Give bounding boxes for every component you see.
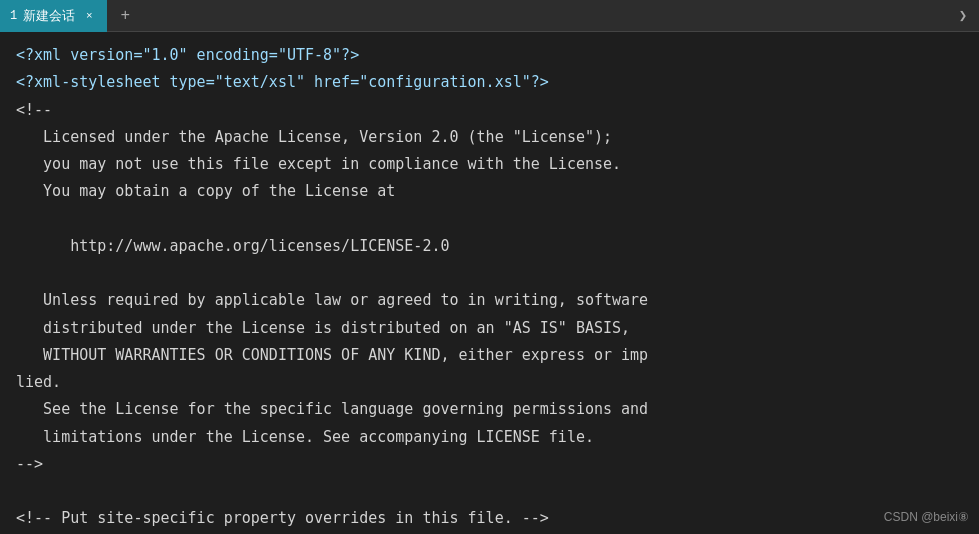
tab-number: 1 xyxy=(10,9,17,23)
code-line-11: distributed under the License is distrib… xyxy=(0,315,979,342)
tab-label: 新建会话 xyxy=(23,7,75,25)
code-line-4: Licensed under the Apache License, Versi… xyxy=(0,124,979,151)
code-line-13: lied. xyxy=(0,369,979,396)
code-line-9 xyxy=(0,260,979,287)
tab-add-button[interactable]: + xyxy=(111,2,139,30)
code-line-5: you may not use this file except in comp… xyxy=(0,151,979,178)
code-line-14: See the License for the specific languag… xyxy=(0,396,979,423)
code-line-2: <?xml-stylesheet type="text/xsl" href="c… xyxy=(0,69,979,96)
code-line-15: limitations under the License. See accom… xyxy=(0,424,979,451)
code-line-16: --> xyxy=(0,451,979,478)
code-line-17 xyxy=(0,478,979,505)
tab-arrow-icon[interactable]: ❯ xyxy=(951,4,975,28)
tab-session[interactable]: 1 新建会话 × xyxy=(0,0,107,32)
code-line-6: You may obtain a copy of the License at xyxy=(0,178,979,205)
code-line-18: <!-- Put site-specific property override… xyxy=(0,505,979,532)
code-line-3: <!-- xyxy=(0,97,979,124)
code-line-7 xyxy=(0,206,979,233)
code-line-1: <?xml version="1.0" encoding="UTF-8"?> xyxy=(0,42,979,69)
tab-bar: 1 新建会话 × + ❯ xyxy=(0,0,979,32)
watermark: CSDN @beixi⑧ xyxy=(884,510,969,524)
code-line-12: WITHOUT WARRANTIES OR CONDITIONS OF ANY … xyxy=(0,342,979,369)
code-editor: <?xml version="1.0" encoding="UTF-8"?> <… xyxy=(0,32,979,534)
tab-close-button[interactable]: × xyxy=(81,8,97,24)
code-line-8: http://www.apache.org/licenses/LICENSE-2… xyxy=(0,233,979,260)
code-line-10: Unless required by applicable law or agr… xyxy=(0,287,979,314)
